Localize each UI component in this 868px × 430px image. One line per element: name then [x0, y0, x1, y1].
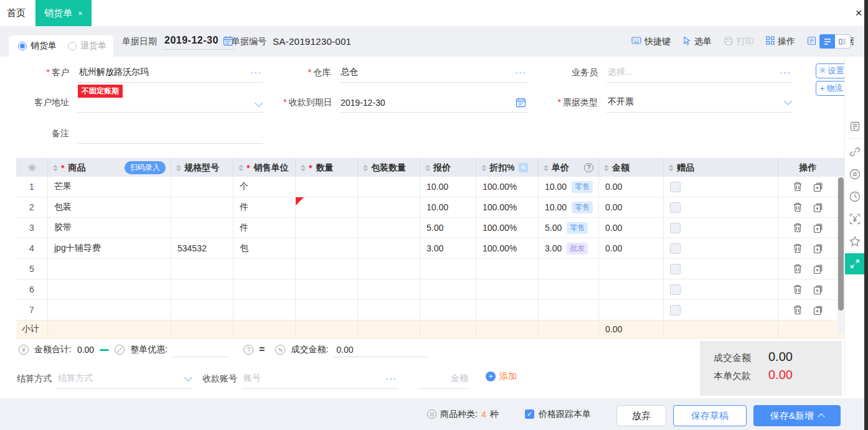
- cell-spec[interactable]: [171, 279, 234, 299]
- cell-unit[interactable]: 包: [234, 238, 296, 258]
- cell-qty[interactable]: [296, 197, 358, 217]
- cell-quote[interactable]: [420, 259, 476, 279]
- column-settings-icon[interactable]: [27, 163, 37, 172]
- cell-pkg[interactable]: [358, 177, 420, 197]
- cell-unit[interactable]: 件: [234, 197, 296, 217]
- delete-row-icon[interactable]: [793, 243, 802, 253]
- save-and-new-button[interactable]: 保存&新增: [753, 405, 841, 426]
- cell-spec[interactable]: [171, 218, 234, 238]
- cancel-button[interactable]: 放弃: [616, 405, 666, 426]
- cell-amount[interactable]: [599, 300, 664, 320]
- cell-discount[interactable]: [476, 300, 539, 320]
- column-header-amount[interactable]: 金额: [599, 159, 664, 177]
- operate-button[interactable]: 操作: [766, 36, 795, 47]
- copy-row-icon[interactable]: [813, 284, 823, 294]
- list-view-toggle[interactable]: [819, 34, 835, 49]
- sort-icon[interactable]: [425, 165, 430, 171]
- shortcut-button[interactable]: 快捷键: [631, 36, 671, 47]
- add-payment-button[interactable]: + 添加: [486, 371, 517, 382]
- cell-quote[interactable]: [420, 300, 476, 320]
- cell-pkg[interactable]: [358, 197, 420, 217]
- address-select[interactable]: [78, 100, 263, 113]
- sort-icon[interactable]: [544, 165, 549, 171]
- warehouse-more-icon[interactable]: ···: [515, 70, 526, 75]
- gift-checkbox[interactable]: [670, 202, 681, 213]
- cell-discount[interactable]: 100.00%: [476, 218, 539, 238]
- order-discount-input[interactable]: [173, 342, 228, 357]
- chevron-down-icon[interactable]: [784, 97, 792, 105]
- radio-return-order[interactable]: 退货单: [68, 40, 106, 52]
- cell-price[interactable]: [539, 259, 599, 279]
- cell-product[interactable]: [48, 279, 171, 299]
- card-view-toggle[interactable]: [835, 34, 851, 49]
- cell-amount[interactable]: 0.00: [599, 177, 664, 197]
- doc-date-value[interactable]: 2019-12-30: [164, 35, 219, 46]
- copy-row-icon[interactable]: [813, 264, 823, 274]
- cell-pkg[interactable]: [358, 300, 420, 320]
- delete-row-icon[interactable]: [793, 182, 802, 192]
- cell-unit[interactable]: [234, 279, 296, 299]
- price-type-tag[interactable]: 批发: [567, 243, 588, 255]
- sort-icon[interactable]: [669, 165, 674, 171]
- remark-input[interactable]: [78, 139, 263, 144]
- cell-discount[interactable]: 100.00%: [476, 238, 539, 258]
- due-date-input[interactable]: 2019-12-30: [339, 97, 527, 113]
- cell-product[interactable]: 芒果: [48, 177, 171, 197]
- gift-checkbox[interactable]: [670, 182, 681, 192]
- star-icon[interactable]: [849, 235, 861, 248]
- customer-more-icon[interactable]: ···: [250, 70, 262, 75]
- sort-icon[interactable]: [363, 165, 368, 171]
- price-type-tag[interactable]: 零售: [572, 181, 593, 193]
- tab-sales-order[interactable]: 销货单 ×: [35, 0, 92, 26]
- cell-spec[interactable]: [171, 177, 234, 197]
- column-header-qty[interactable]: *数量: [296, 159, 358, 177]
- column-header-spec[interactable]: 规格型号: [171, 159, 234, 177]
- cell-unit[interactable]: [234, 300, 296, 320]
- cell-qty[interactable]: [296, 259, 358, 279]
- tab-home[interactable]: 首页: [0, 0, 32, 26]
- cell-spec[interactable]: [171, 197, 234, 217]
- note-icon[interactable]: [849, 120, 861, 133]
- sort-icon[interactable]: [53, 165, 58, 171]
- expand-button[interactable]: [845, 253, 865, 274]
- cell-pkg[interactable]: [358, 259, 420, 279]
- scrollbar-thumb[interactable]: [838, 177, 844, 311]
- copy-row-icon[interactable]: [813, 305, 823, 315]
- pick-order-button[interactable]: 选单: [682, 36, 712, 47]
- sort-icon[interactable]: [301, 165, 306, 171]
- warehouse-input[interactable]: 总仓 ···: [339, 67, 527, 83]
- tab-close-icon[interactable]: ×: [78, 9, 83, 17]
- cell-price[interactable]: 10.00零售: [539, 177, 599, 197]
- cell-quote[interactable]: [420, 279, 476, 299]
- payment-amount-input[interactable]: 金额: [418, 373, 469, 389]
- table-scrollbar[interactable]: [837, 176, 844, 333]
- copy-row-icon[interactable]: [813, 182, 823, 192]
- scan-input-button[interactable]: 扫码录入: [125, 161, 166, 174]
- radio-sales-order[interactable]: 销货单: [18, 40, 57, 52]
- delete-row-icon[interactable]: [793, 264, 802, 274]
- copy-row-icon[interactable]: [813, 202, 823, 212]
- cell-product[interactable]: 包装: [48, 197, 171, 217]
- price-type-tag[interactable]: 零售: [572, 202, 593, 213]
- cell-product[interactable]: 胶带: [48, 218, 171, 238]
- cell-discount[interactable]: 100.00%: [476, 177, 539, 197]
- cell-price[interactable]: 5.00零售: [539, 218, 599, 238]
- invoice-type-select[interactable]: 不开票: [606, 96, 792, 113]
- salesman-more-icon[interactable]: ···: [780, 70, 791, 75]
- gift-checkbox[interactable]: [670, 223, 681, 233]
- cell-price[interactable]: 3.00批发: [539, 238, 599, 258]
- sort-icon[interactable]: [481, 165, 486, 171]
- cell-pkg[interactable]: [358, 218, 420, 238]
- close-window-icon[interactable]: ×: [852, 6, 866, 20]
- price-track-checkbox[interactable]: ✓ 价格跟踪本单: [525, 398, 591, 430]
- link-icon[interactable]: [849, 146, 861, 158]
- delete-row-icon[interactable]: [793, 223, 802, 233]
- chevron-down-icon[interactable]: [255, 99, 263, 107]
- receiving-account-input[interactable]: 账号 ···: [242, 373, 398, 389]
- cell-amount[interactable]: [599, 259, 664, 279]
- copy-row-icon[interactable]: [813, 223, 823, 233]
- delete-row-icon[interactable]: [793, 305, 802, 315]
- cell-quote[interactable]: 3.00: [420, 238, 476, 258]
- sort-icon[interactable]: [176, 165, 181, 171]
- currency-icon[interactable]: [849, 213, 861, 225]
